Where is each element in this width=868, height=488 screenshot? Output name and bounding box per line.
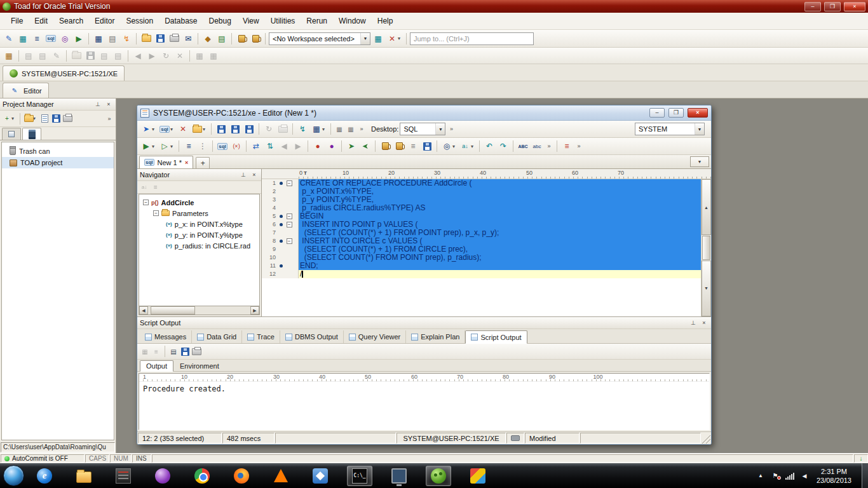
execute-as-script-icon[interactable]: ▷ xyxy=(158,140,171,152)
close-panel-icon[interactable]: × xyxy=(104,100,113,109)
connection-dropdown-icon[interactable]: ▾ xyxy=(152,126,157,132)
window-tile-icon[interactable]: ▦ xyxy=(207,50,220,62)
subtab-environment[interactable]: Environment xyxy=(173,360,226,371)
project-view-tab[interactable] xyxy=(2,128,21,140)
move-updown-icon[interactable]: ⇅ xyxy=(264,140,276,152)
save-all-icon[interactable] xyxy=(243,123,255,135)
scroll-up-icon[interactable]: ▲ xyxy=(702,179,711,235)
scroll-thumb[interactable] xyxy=(702,236,710,259)
menu-database[interactable]: Database xyxy=(159,14,203,28)
project-tree-tab[interactable] xyxy=(22,128,41,140)
reload-file-icon[interactable]: ↻ xyxy=(262,123,275,135)
tab-script-output[interactable]: Script Output xyxy=(465,330,527,344)
scroll-down-icon[interactable]: ▼ xyxy=(702,261,711,316)
find-dropdown-icon[interactable]: ▾ xyxy=(452,144,458,149)
output-grid-icon[interactable]: ▦ xyxy=(140,346,150,356)
collapse-icon[interactable]: − xyxy=(143,200,149,205)
window-cascade-icon[interactable]: ▦ xyxy=(193,50,206,62)
fold-icon[interactable]: − xyxy=(287,180,292,186)
database-browser-icon[interactable]: ≡ xyxy=(31,32,43,45)
data-panel-dropdown-icon[interactable]: ▾ xyxy=(322,126,327,132)
pin-panel-icon[interactable]: ⊥ xyxy=(93,100,102,109)
undo-icon[interactable]: ↶ xyxy=(483,140,496,152)
menu-help[interactable]: Help xyxy=(372,14,399,28)
copy-icon[interactable]: ▤ xyxy=(36,50,49,62)
scroll-thumb[interactable] xyxy=(151,306,195,315)
save-project-icon[interactable] xyxy=(51,114,61,124)
child-titlebar[interactable]: SYSTEM@USER-PC:1521/xe - Editor (New 1 *… xyxy=(137,105,711,121)
save-as-icon[interactable] xyxy=(229,123,241,135)
navigator-close-icon[interactable]: × xyxy=(250,171,259,179)
tab-messages[interactable]: Messages xyxy=(140,330,192,343)
output-pin-icon[interactable]: ⊥ xyxy=(689,319,698,327)
taskbar-file-explorer[interactable] xyxy=(71,466,97,486)
menu-window[interactable]: Window xyxy=(333,14,372,28)
connection-tab[interactable]: SYSTEM@USER-PC:1521/XE xyxy=(3,65,125,81)
open-file-icon[interactable] xyxy=(140,32,153,45)
code-line[interactable]: 11 END; xyxy=(262,262,701,270)
code-line-current[interactable]: 12 / xyxy=(262,270,701,278)
new-sql-file-icon[interactable]: sql xyxy=(158,123,171,135)
describe-icon[interactable]: sql xyxy=(216,140,229,152)
cursor-next-icon[interactable]: ▶ xyxy=(292,140,304,152)
script-manager-icon[interactable]: ▶ xyxy=(72,32,85,45)
print-icon[interactable] xyxy=(168,32,180,45)
fold-icon[interactable]: − xyxy=(287,238,292,244)
paste-special-icon[interactable]: ▤ xyxy=(112,50,125,62)
tab-query-viewer[interactable]: Query Viewer xyxy=(344,330,406,343)
navigator-pin-icon[interactable]: ⊥ xyxy=(239,171,248,179)
start-button[interactable] xyxy=(3,465,24,486)
output-save-icon[interactable] xyxy=(180,346,190,356)
taskbar-chrome[interactable] xyxy=(189,466,215,486)
menu-file[interactable]: File xyxy=(5,14,29,28)
chevron-down-icon[interactable]: ▼ xyxy=(360,33,370,44)
add-project-icon[interactable]: + xyxy=(2,114,12,124)
executable-line-icon[interactable] xyxy=(280,223,283,226)
explain-plan-icon[interactable]: ≡ xyxy=(182,140,195,152)
report-manager-icon[interactable]: ▤ xyxy=(215,32,228,45)
executable-line-icon[interactable] xyxy=(280,215,283,218)
debug-toggle-icon[interactable]: ● xyxy=(325,140,338,152)
sql-editor-icon[interactable]: sql xyxy=(44,32,57,45)
print-project-icon[interactable] xyxy=(62,114,72,124)
nav-item-procedure[interactable]: − p() AddCircle xyxy=(139,197,259,208)
menu-session[interactable]: Session xyxy=(120,14,159,28)
navigator-hscrollbar[interactable]: ◀ ▶ xyxy=(139,306,260,315)
desktop-panels-icon[interactable]: ▦ xyxy=(3,50,15,62)
editor-window-tab[interactable]: ✎ Editor xyxy=(3,83,49,98)
output-console[interactable]: 1 10 20 30 40 50 60 70 80 90 100 Pr xyxy=(139,373,710,430)
network-icon[interactable] xyxy=(785,472,794,480)
nav-item-param-pradius[interactable]: (») p_radius: in CIRCLE.rad xyxy=(139,240,259,251)
sort-dropdown-icon[interactable]: ▾ xyxy=(471,144,476,149)
document-tab-new1[interactable]: sql New 1 * × xyxy=(139,156,193,168)
spell-lower-icon[interactable]: abc xyxy=(531,140,543,152)
fold-icon[interactable]: − xyxy=(287,214,292,219)
open-file-icon[interactable] xyxy=(191,123,203,135)
show-hidden-icons[interactable]: ▲ xyxy=(756,473,765,478)
print-file-icon[interactable] xyxy=(276,123,289,135)
taskbar-blue-app[interactable] xyxy=(308,466,333,486)
taskbar-internet-explorer[interactable]: e xyxy=(32,466,57,486)
commit-tx-icon[interactable] xyxy=(379,140,391,152)
toolbar-overflow-icon[interactable]: » xyxy=(105,114,114,123)
executable-line-icon[interactable] xyxy=(280,264,283,268)
subtab-output[interactable]: Output xyxy=(140,360,173,372)
desktop-selector[interactable]: SQL ▼ xyxy=(400,123,445,135)
compile-icon[interactable]: ↯ xyxy=(296,123,309,135)
close-file-icon[interactable]: ✕ xyxy=(177,123,189,135)
new-workspace-icon[interactable]: ▦ xyxy=(372,32,384,45)
taskbar-clock[interactable]: 2:31 PM 23/08/2013 xyxy=(809,467,859,485)
collapse-icon[interactable]: − xyxy=(153,210,159,216)
sort-icon[interactable]: a↓ xyxy=(459,140,471,152)
open-file-dropdown-icon[interactable]: ▾ xyxy=(203,126,208,132)
cut-icon[interactable]: ✎ xyxy=(50,50,63,62)
open-project-icon[interactable] xyxy=(24,114,34,124)
open-project-dropdown-icon[interactable]: ▾ xyxy=(33,116,38,121)
nav-item-param-py[interactable]: (») p_y: in POINT.y%type xyxy=(139,229,259,240)
tab-explain-plan[interactable]: Explain Plan xyxy=(406,330,465,343)
output-close-icon[interactable]: × xyxy=(700,319,709,327)
stop-icon[interactable]: ✕ xyxy=(173,50,186,62)
forward-icon[interactable]: ▶ xyxy=(146,50,158,62)
chevron-down-icon[interactable]: ▼ xyxy=(695,123,704,135)
quick-save-icon[interactable] xyxy=(421,140,433,152)
